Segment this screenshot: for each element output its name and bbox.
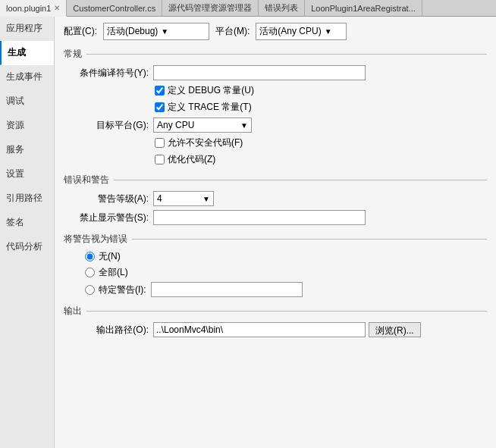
all-radio-row: 全部(L) xyxy=(64,266,487,279)
tab-label: CustomerController.cs xyxy=(73,4,155,13)
define-trace-checkbox[interactable] xyxy=(155,102,165,112)
sidebar-item-services[interactable]: 服务 xyxy=(0,138,54,162)
errors-section: 错误和警告 警告等级(A): 4 ▼ 禁止显示警告(S): xyxy=(64,174,487,225)
tab-customer-controller[interactable]: CustomerController.cs xyxy=(67,0,162,16)
platform-label: 平台(M): xyxy=(215,25,250,38)
target-platform-label: 目标平台(G): xyxy=(73,119,149,132)
treat-warnings-section: 将警告视为错误 无(N) 全部(L) 特定警告(I): xyxy=(64,233,487,297)
sidebar-item-build[interactable]: 生成 xyxy=(0,41,54,65)
output-section-title: 输出 xyxy=(64,305,487,318)
sidebar-item-settings[interactable]: 设置 xyxy=(0,162,54,186)
tab-label: 错误列表 xyxy=(265,2,298,14)
define-debug-checkbox[interactable] xyxy=(155,86,165,96)
target-platform-arrow: ▼ xyxy=(240,121,248,130)
suppress-label: 禁止显示警告(S): xyxy=(73,211,149,224)
general-section-title: 常规 xyxy=(64,48,487,61)
target-platform-row: 目标平台(G): Any CPU ▼ xyxy=(64,117,487,133)
main-layout: 应用程序 生成 生成事件 调试 资源 服务 设置 引用路径 签名 代码分析 xyxy=(0,17,496,448)
all-radio-label: 全部(L) xyxy=(99,266,128,279)
config-value: 活动(Debug) xyxy=(107,25,158,38)
config-row: 配置(C): 活动(Debug) ▼ 平台(M): 活动(Any CPU) ▼ xyxy=(64,23,487,40)
sidebar-item-build-events[interactable]: 生成事件 xyxy=(0,65,54,89)
none-radio-row: 无(N) xyxy=(64,250,487,263)
specific-radio-row: 特定警告(I): xyxy=(64,282,487,297)
warning-level-row: 警告等级(A): 4 ▼ xyxy=(64,191,487,206)
platform-dropdown-arrow: ▼ xyxy=(325,27,332,36)
output-path-label: 输出路径(O): xyxy=(73,324,149,337)
target-platform-dropdown[interactable]: Any CPU ▼ xyxy=(153,117,252,133)
none-radio[interactable] xyxy=(85,252,95,262)
tab-source-mgr[interactable]: 源代码管理资源管理器 xyxy=(162,0,259,16)
specific-radio[interactable] xyxy=(85,285,95,295)
all-radio[interactable] xyxy=(85,268,95,277)
content-area: 配置(C): 活动(Debug) ▼ 平台(M): 活动(Any CPU) ▼ … xyxy=(55,17,496,448)
conditional-input[interactable] xyxy=(153,65,366,80)
allow-unsafe-label: 允许不安全代码(F) xyxy=(168,136,243,149)
sidebar-item-signing[interactable]: 签名 xyxy=(0,211,54,235)
browse-button[interactable]: 浏览(R)... xyxy=(369,322,421,337)
warning-level-label: 警告等级(A): xyxy=(73,193,149,205)
output-path-row: 输出路径(O): 浏览(R)... xyxy=(64,322,487,337)
sidebar-item-code-analysis[interactable]: 代码分析 xyxy=(0,235,54,259)
config-label: 配置(C): xyxy=(64,25,97,38)
warning-level-value: 4 xyxy=(157,193,162,204)
optimize-label: 优化代码(Z) xyxy=(168,153,215,166)
tab-loon-area[interactable]: LoonPlugin1AreaRegistrat... xyxy=(305,0,422,16)
general-section: 常规 条件编译符号(Y): 定义 DEBUG 常量(U) 定义 TRACE 常量… xyxy=(64,48,487,166)
sidebar: 应用程序 生成 生成事件 调试 资源 服务 设置 引用路径 签名 代码分析 xyxy=(0,17,55,448)
suppress-row: 禁止显示警告(S): xyxy=(64,210,487,225)
sidebar-item-debug[interactable]: 调试 xyxy=(0,89,54,114)
specific-warnings-input[interactable] xyxy=(151,282,303,297)
tab-label: 源代码管理资源管理器 xyxy=(168,2,252,14)
tab-bar: loon.plugin1 ✕ CustomerController.cs 源代码… xyxy=(0,0,496,17)
config-dropdown-arrow: ▼ xyxy=(161,27,168,36)
platform-value: 活动(Any CPU) xyxy=(259,25,321,38)
config-dropdown[interactable]: 活动(Debug) ▼ xyxy=(103,23,209,40)
conditional-row: 条件编译符号(Y): xyxy=(64,65,487,80)
target-platform-value: Any CPU xyxy=(157,120,194,130)
none-radio-label: 无(N) xyxy=(99,250,121,263)
define-debug-label: 定义 DEBUG 常量(U) xyxy=(168,84,254,97)
tab-label: LoonPlugin1AreaRegistrat... xyxy=(311,4,416,13)
specific-radio-label: 特定警告(I): xyxy=(99,284,146,296)
define-trace-row: 定义 TRACE 常量(T) xyxy=(64,101,487,114)
suppress-input[interactable] xyxy=(153,210,366,225)
close-icon[interactable]: ✕ xyxy=(54,4,60,12)
sidebar-item-app[interactable]: 应用程序 xyxy=(0,17,54,41)
define-debug-row: 定义 DEBUG 常量(U) xyxy=(64,84,487,97)
tab-label: loon.plugin1 xyxy=(6,4,51,13)
tab-error-list[interactable]: 错误列表 xyxy=(259,0,305,16)
sidebar-item-resources[interactable]: 资源 xyxy=(0,114,54,138)
optimize-row: 优化代码(Z) xyxy=(64,153,487,166)
errors-section-title: 错误和警告 xyxy=(64,174,487,186)
define-trace-label: 定义 TRACE 常量(T) xyxy=(168,101,252,114)
warning-level-arrow: ▼ xyxy=(202,195,210,203)
platform-dropdown[interactable]: 活动(Any CPU) ▼ xyxy=(256,23,347,40)
sidebar-item-ref-paths[interactable]: 引用路径 xyxy=(0,186,54,211)
allow-unsafe-checkbox[interactable] xyxy=(155,138,165,148)
output-path-input[interactable] xyxy=(153,322,366,337)
output-section: 输出 输出路径(O): 浏览(R)... xyxy=(64,305,487,337)
warning-level-dropdown[interactable]: 4 ▼ xyxy=(153,191,214,206)
tab-loon-plugin1[interactable]: loon.plugin1 ✕ xyxy=(0,0,67,17)
treat-warnings-title: 将警告视为错误 xyxy=(64,233,487,246)
optimize-checkbox[interactable] xyxy=(155,155,165,164)
allow-unsafe-row: 允许不安全代码(F) xyxy=(64,136,487,149)
conditional-label: 条件编译符号(Y): xyxy=(73,67,149,80)
